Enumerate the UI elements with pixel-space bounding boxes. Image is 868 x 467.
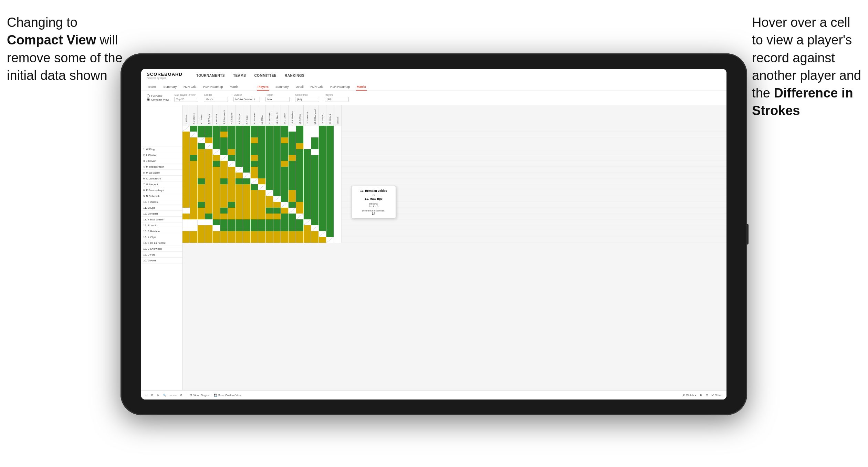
matrix-cell-10-16[interactable] — [296, 178, 304, 184]
matrix-cell-16-3[interactable] — [198, 214, 205, 219]
matrix-cell-9-8[interactable] — [236, 173, 243, 178]
matrix-cell-9-10[interactable] — [251, 173, 258, 178]
save-custom-button[interactable]: 💾 Save Custom View — [214, 394, 241, 397]
matrix-cell-6-20[interactable] — [326, 155, 334, 161]
matrix-cell-8-17[interactable] — [304, 167, 311, 173]
matrix-cell-7-13[interactable] — [273, 161, 281, 167]
nav-teams[interactable]: TEAMS — [233, 72, 246, 79]
matrix-cell-20-18[interactable] — [311, 237, 319, 243]
matrix-cell-10-19[interactable] — [319, 178, 326, 184]
matrix-cell-20-6[interactable] — [220, 237, 228, 243]
matrix-cell-9-14[interactable] — [281, 173, 289, 178]
matrix-cell-12-20[interactable] — [326, 190, 334, 196]
matrix-cell-11-4[interactable] — [205, 184, 213, 190]
matrix-cell-8-2[interactable] — [190, 167, 198, 173]
matrix-cell-11-15[interactable] — [289, 184, 296, 190]
matrix-cell-12-17[interactable] — [304, 190, 311, 196]
tab-matrix-2[interactable]: Matrix — [356, 84, 367, 91]
matrix-cell-8-13[interactable] — [273, 167, 281, 173]
matrix-cell-6-13[interactable] — [273, 155, 281, 161]
matrix-cell-14-8[interactable] — [236, 202, 243, 208]
matrix-cell-13-1[interactable] — [182, 196, 190, 202]
matrix-cell-15-13[interactable] — [273, 208, 281, 214]
matrix-cell-11-19[interactable] — [319, 184, 326, 190]
matrix-cell-2-13[interactable] — [273, 132, 281, 137]
matrix-cell-14-12[interactable] — [266, 202, 273, 208]
tab-summary-2[interactable]: Summary — [275, 84, 290, 91]
matrix-cell-2-1[interactable] — [182, 132, 190, 137]
matrix-cell-14-1[interactable] — [182, 202, 190, 208]
matrix-cell-1-5[interactable] — [213, 126, 220, 132]
matrix-cell-12-10[interactable] — [251, 190, 258, 196]
matrix-cell-1-3[interactable] — [198, 126, 205, 132]
matrix-cell-10-10[interactable] — [251, 178, 258, 184]
matrix-cell-8-18[interactable] — [311, 167, 319, 173]
matrix-cell-1-18[interactable] — [311, 126, 319, 132]
matrix-cell-8-6[interactable] — [220, 167, 228, 173]
matrix-cell-7-6[interactable] — [220, 161, 228, 167]
matrix-cell-8-11[interactable] — [258, 167, 266, 173]
matrix-cell-5-19[interactable] — [319, 149, 326, 155]
matrix-cell-10-12[interactable] — [266, 178, 273, 184]
matrix-cell-18-11[interactable] — [258, 225, 266, 231]
matrix-cell-19-7[interactable] — [228, 231, 236, 237]
matrix-cell-20-7[interactable] — [228, 237, 236, 243]
matrix-cell-20-21[interactable] — [334, 237, 342, 243]
matrix-cell-5-14[interactable] — [281, 149, 289, 155]
matrix-cell-1-15[interactable] — [289, 126, 296, 132]
matrix-cell-14-14[interactable] — [281, 202, 289, 208]
matrix-cell-7-14[interactable] — [281, 161, 289, 167]
matrix-cell-3-8[interactable] — [236, 137, 243, 143]
matrix-cell-10-14[interactable] — [281, 178, 289, 184]
matrix-cell-3-11[interactable] — [258, 137, 266, 143]
matrix-cell-5-5[interactable] — [213, 149, 220, 155]
matrix-cell-13-20[interactable] — [326, 196, 334, 202]
matrix-cell-17-17[interactable] — [304, 219, 311, 225]
tab-h2h-heatmap-2[interactable]: H2H Heatmap — [330, 84, 351, 91]
matrix-cell-13-17[interactable] — [304, 196, 311, 202]
max-players-select[interactable]: Top 25 — [174, 97, 198, 102]
matrix-cell-4-14[interactable] — [281, 143, 289, 149]
matrix-cell-12-3[interactable] — [198, 190, 205, 196]
matrix-cell-3-5[interactable] — [213, 137, 220, 143]
matrix-cell-11-8[interactable] — [236, 184, 243, 190]
matrix-cell-14-19[interactable] — [319, 202, 326, 208]
matrix-cell-5-9[interactable] — [243, 149, 251, 155]
matrix-cell-8-1[interactable] — [182, 167, 190, 173]
matrix-cell-10-1[interactable] — [182, 178, 190, 184]
tab-detail[interactable]: Detail — [295, 84, 304, 91]
matrix-cell-1-19[interactable] — [319, 126, 326, 132]
matrix-cell-16-21[interactable] — [334, 214, 342, 219]
matrix-cell-15-2[interactable] — [190, 208, 198, 214]
matrix-cell-15-3[interactable] — [198, 208, 205, 214]
matrix-cell-16-17[interactable] — [304, 214, 311, 219]
matrix-cell-2-15[interactable] — [289, 132, 296, 137]
matrix-cell-4-18[interactable] — [311, 143, 319, 149]
matrix-cell-15-11[interactable] — [258, 208, 266, 214]
region-select[interactable]: N/A — [265, 97, 290, 102]
matrix-cell-13-3[interactable] — [198, 196, 205, 202]
matrix-cell-14-2[interactable] — [190, 202, 198, 208]
matrix-cell-20-10[interactable] — [251, 237, 258, 243]
matrix-cell-13-6[interactable] — [220, 196, 228, 202]
matrix-cell-2-19[interactable] — [319, 132, 326, 137]
matrix-cell-5-17[interactable] — [304, 149, 311, 155]
matrix-cell-12-2[interactable] — [190, 190, 198, 196]
matrix-cell-1-7[interactable] — [228, 126, 236, 132]
matrix-cell-19-16[interactable] — [296, 231, 304, 237]
matrix-cell-4-10[interactable] — [251, 143, 258, 149]
matrix-cell-15-9[interactable] — [243, 208, 251, 214]
division-select[interactable]: NCAA Division I — [233, 97, 260, 102]
matrix-cell-9-1[interactable] — [182, 173, 190, 178]
matrix-cell-19-6[interactable] — [220, 231, 228, 237]
matrix-cell-17-11[interactable] — [258, 219, 266, 225]
matrix-cell-1-2[interactable] — [190, 126, 198, 132]
matrix-cell-18-16[interactable] — [296, 225, 304, 231]
matrix-cell-9-15[interactable] — [289, 173, 296, 178]
matrix-cell-4-7[interactable] — [228, 143, 236, 149]
matrix-cell-7-3[interactable] — [198, 161, 205, 167]
matrix-cell-5-8[interactable] — [236, 149, 243, 155]
matrix-cell-1-12[interactable] — [266, 126, 273, 132]
matrix-cell-17-16[interactable] — [296, 219, 304, 225]
screen-button[interactable]: 🖥 — [700, 394, 702, 397]
